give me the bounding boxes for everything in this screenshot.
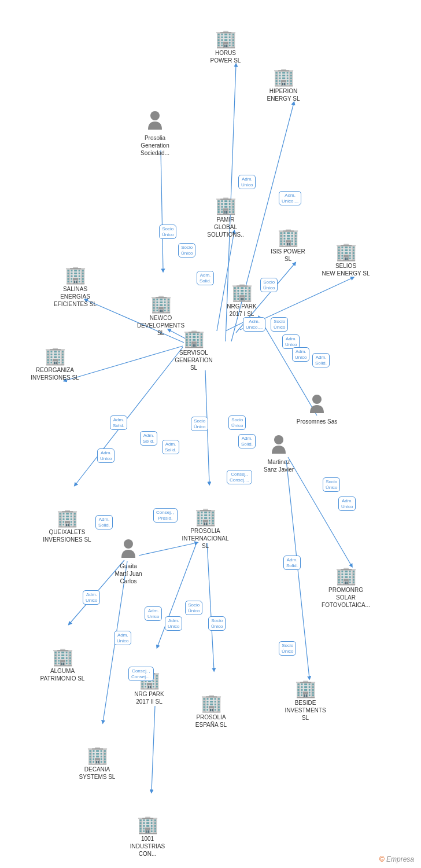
company-node-prosolia_esp[interactable]: 🏢PROSOLIA ESPAÑA SL [185, 694, 237, 729]
node-label: NRG PARK 2017 I SL [227, 303, 257, 318]
svg-line-9 [288, 457, 352, 566]
svg-point-22 [312, 395, 322, 404]
role-badge-26[interactable]: Adm. Unico [145, 606, 162, 621]
building-icon: 🏢 [183, 330, 205, 347]
building-icon: 🏢 [150, 295, 172, 312]
role-badge-17[interactable]: Adm. Solid. [238, 434, 256, 448]
building-icon: 🏢 [295, 680, 316, 697]
company-node-hiperion[interactable]: 🏢HIPERION ENERGY SL [257, 68, 309, 102]
building-icon: 🏢 [195, 508, 216, 525]
company-node-decania[interactable]: 🏢DECANIA SYSTEMS SL [71, 746, 123, 781]
building-icon: 🏢 [201, 694, 222, 712]
svg-point-23 [274, 435, 283, 444]
role-badge-12[interactable]: Adm. Solid. [140, 431, 157, 446]
building-icon: 🏢 [273, 68, 294, 86]
company-node-promonrg[interactable]: 🏢PROMONRG SOLAR FOTOVOLTAICA... [320, 567, 372, 609]
role-badge-23[interactable]: Adm. Solid. [283, 556, 301, 570]
role-badge-15[interactable]: Socio Único [191, 417, 208, 431]
building-icon: 🏢 [335, 243, 357, 260]
company-node-prosolia_gen[interactable]: Prosolia Generation Sociedad... [129, 110, 181, 157]
company-node-1001[interactable]: 🏢1001 INDUSTRIAS CON... [121, 816, 173, 858]
svg-line-13 [157, 543, 197, 647]
company-node-reorganiza[interactable]: 🏢REORGANIZA INVERSIONES SL [29, 347, 81, 381]
node-label: BESIDE INVESTMENTS SL [285, 699, 326, 722]
node-label: PROSOLIA ESPAÑA SL [195, 713, 227, 729]
node-label: SALINAS ENERGIAS EFICIENTES SL [54, 285, 97, 308]
role-badge-29[interactable]: Socio Único [208, 616, 226, 631]
role-badge-5[interactable]: Socio Único [260, 278, 278, 292]
role-badge-21[interactable]: Consej. , Presid. [153, 508, 178, 523]
node-label: PAMIR GLOBAL SOLUTIONS.. [207, 216, 243, 238]
node-label: 1001 INDUSTRIAS CON... [130, 835, 165, 858]
role-badge-11[interactable]: Adm. Solid. [110, 415, 127, 430]
node-label: PROMONRG SOLAR FOTOVOLTAICA... [322, 586, 370, 609]
role-badge-4[interactable]: Adm. Solid. [197, 271, 214, 285]
node-label: HIPERION ENERGY SL [267, 87, 300, 102]
role-badge-19[interactable]: Adm. Unico [338, 496, 356, 511]
node-label: Prosomnes Sas [297, 418, 338, 425]
role-badge-6[interactable]: Adm. Unico.... [243, 317, 265, 332]
building-icon: 🏢 [278, 229, 299, 246]
role-badge-0[interactable]: Adm. Unico [238, 175, 256, 189]
role-badge-25[interactable]: Adm. Unico [114, 631, 131, 645]
role-badge-30[interactable]: Consej. , Consej.... [128, 667, 154, 681]
company-node-selios[interactable]: 🏢SELIOS NEW ENERGY SL [320, 243, 372, 277]
company-node-horus[interactable]: 🏢HORUS POWER SL [200, 30, 252, 64]
node-label: NRG PARK 2017 II SL [134, 690, 164, 705]
role-badge-22[interactable]: Adm. Solid. [95, 515, 113, 529]
role-badge-31[interactable]: Socio Único [279, 641, 296, 656]
building-icon: 🏢 [335, 567, 357, 584]
building-icon: 🏢 [137, 816, 158, 833]
node-label: SERVISOL GENERATION SL [175, 349, 212, 372]
role-badge-8[interactable]: Adm. Solid. [312, 353, 330, 367]
role-badge-2[interactable]: Socio Único [159, 225, 176, 239]
node-label: Guaita Martí Juan Carlos [115, 562, 142, 585]
role-badge-27[interactable]: Adm. Unico [165, 616, 182, 631]
building-icon: 🏢 [65, 266, 86, 284]
company-node-martinez[interactable]: Martinez Sanz Javier [253, 434, 305, 473]
role-badge-24[interactable]: Adm. Unico [83, 590, 100, 605]
person-icon [308, 393, 326, 416]
building-icon: 🏢 [87, 746, 108, 764]
person-icon [146, 110, 164, 133]
company-node-queixalets[interactable]: 🏢QUEIXALETS INVERSIONES SL [41, 509, 93, 543]
role-badge-10[interactable]: Socio Único [271, 317, 288, 332]
node-label: QUEIXALETS INVERSIONES SL [43, 528, 91, 543]
company-node-salinas[interactable]: 🏢SALINAS ENERGIAS EFICIENTES SL [49, 266, 101, 308]
node-label: REORGANIZA INVERSIONES SL [31, 366, 79, 381]
node-label: Martinez Sanz Javier [264, 458, 294, 473]
company-node-prosomnes[interactable]: Prosomnes Sas [291, 393, 343, 425]
role-badge-14[interactable]: Adm. Solid. [162, 440, 179, 454]
svg-line-18 [75, 347, 183, 485]
role-badge-13[interactable]: Adm. Unico [97, 448, 115, 463]
building-icon: 🏢 [231, 284, 253, 301]
node-label: ISIS POWER SL [271, 248, 305, 263]
role-badge-16[interactable]: Socio Único [228, 415, 246, 430]
svg-line-8 [65, 346, 183, 381]
node-label: SELIOS NEW ENERGY SL [322, 262, 370, 277]
building-icon: 🏢 [215, 30, 237, 47]
company-node-beside[interactable]: 🏢BESIDE INVESTMENTS SL [279, 680, 331, 722]
role-badge-28[interactable]: Socio Único [185, 601, 202, 615]
role-badge-3[interactable]: Socio Único [178, 243, 195, 258]
svg-line-14 [207, 543, 214, 670]
role-badge-18[interactable]: Socio Único [323, 477, 340, 492]
role-badge-1[interactable]: Adm. Unico.... [279, 191, 301, 205]
node-label: HORUS POWER SL [211, 49, 241, 64]
building-icon: 🏢 [45, 347, 66, 365]
node-label: DECANIA SYSTEMS SL [79, 766, 116, 781]
node-label: PROSOLIA INTERNACIONAL SL [179, 527, 231, 550]
company-node-alguma[interactable]: 🏢ALGUMA PATRIMONIO SL [36, 648, 88, 682]
building-icon: 🏢 [215, 197, 237, 214]
node-label: ALGUMA PATRIMONIO SL [40, 667, 85, 682]
company-node-pamir[interactable]: 🏢PAMIR GLOBAL SOLUTIONS.. [200, 197, 252, 238]
company-node-servisol[interactable]: 🏢SERVISOL GENERATION SL [168, 330, 220, 372]
company-node-prosolia_int[interactable]: 🏢PROSOLIA INTERNACIONAL SL [179, 508, 231, 550]
role-badge-20[interactable]: Consej.. Consej.... [227, 470, 252, 484]
building-icon: 🏢 [57, 509, 78, 527]
company-node-guaita[interactable]: Guaita Martí Juan Carlos [102, 538, 154, 585]
company-node-isis[interactable]: 🏢ISIS POWER SL [262, 229, 314, 263]
person-icon [270, 434, 287, 457]
role-badge-9[interactable]: Adm. Unico [292, 347, 309, 362]
building-icon: 🏢 [52, 648, 73, 665]
